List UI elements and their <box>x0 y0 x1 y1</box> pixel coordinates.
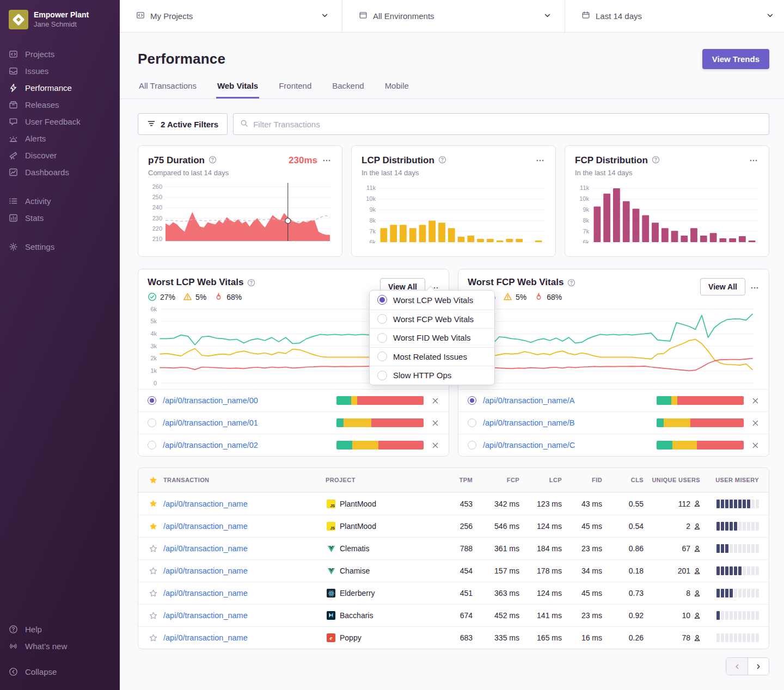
transaction-link[interactable]: /api/0/transaction_name <box>163 522 248 531</box>
dropdown-option-radio[interactable] <box>377 352 387 361</box>
transaction-search-input[interactable] <box>253 120 762 129</box>
sidebar-item-performance[interactable]: Performance <box>0 79 120 96</box>
environment-selector[interactable]: All Environments <box>342 0 565 32</box>
col-header-fcp[interactable]: FCP <box>474 477 520 483</box>
active-filters-button[interactable]: 2 Active Filters <box>138 113 228 135</box>
view-all-button[interactable]: View All <box>700 278 745 295</box>
vital-row-radio[interactable] <box>468 396 476 405</box>
project-cell[interactable]: Chamise <box>326 566 439 575</box>
star-toggle-button[interactable] <box>149 522 158 531</box>
lcp-dist-menu-button[interactable] <box>535 154 546 167</box>
vital-row-radio[interactable] <box>148 418 156 427</box>
transaction-link[interactable]: /api/0/transaction_name <box>163 611 248 620</box>
project-cell[interactable]: Baccharis <box>326 611 439 620</box>
col-header-tpm[interactable]: TPM <box>439 477 474 483</box>
tab-backend[interactable]: Backend <box>331 81 365 98</box>
vital-row-radio[interactable] <box>468 441 476 449</box>
sidebar-item-help[interactable]: Help <box>0 621 120 638</box>
fid-value: 23 ms <box>563 611 603 620</box>
header-star-icon[interactable] <box>149 476 158 485</box>
previous-page-button[interactable] <box>726 658 748 675</box>
vital-row-radio[interactable] <box>468 418 476 427</box>
transaction-link[interactable]: /api/0/transaction_name <box>163 566 248 575</box>
sidebar-item-feedback[interactable]: User Feedback <box>0 113 120 130</box>
sidebar-footer-nav: HelpWhat’s newCollapse <box>0 621 120 680</box>
dropdown-option-most-related-issues[interactable]: Most Related Issues <box>370 347 494 366</box>
vital-transaction-link[interactable]: /api/0/transaction_name/B <box>483 418 650 427</box>
svg-text:8k: 8k <box>369 217 376 224</box>
sidebar-item-alerts[interactable]: Alerts <box>0 130 120 147</box>
vital-row-radio[interactable] <box>148 441 156 449</box>
dropdown-option-worst-fid-web-vitals[interactable]: Worst FID Web Vitals <box>370 328 494 347</box>
dropdown-option-slow-http-ops[interactable]: Slow HTTP Ops <box>370 366 494 385</box>
star-toggle-button[interactable] <box>149 566 158 576</box>
sidebar-item-whatsnew[interactable]: What’s new <box>0 638 120 655</box>
col-header-unique-users[interactable]: UNIQUE USERS <box>645 477 709 483</box>
transaction-link[interactable]: /api/0/transaction_name <box>163 589 248 597</box>
check-circle-icon <box>148 292 157 301</box>
vital-transaction-link[interactable]: /api/0/transaction_name/01 <box>163 418 330 427</box>
tab-mobile[interactable]: Mobile <box>384 81 410 98</box>
sidebar-item-issues[interactable]: Issues <box>0 63 120 79</box>
project-cell[interactable]: JSPlantMood <box>326 522 439 531</box>
remove-transaction-button[interactable] <box>430 396 440 406</box>
org-switcher[interactable]: Empower Plant Jane Schmidt <box>0 8 120 32</box>
dropdown-option-radio[interactable] <box>377 314 387 324</box>
col-header-project[interactable]: PROJECT <box>326 477 439 483</box>
project-cell[interactable]: Elderberry <box>326 589 439 597</box>
star-toggle-button[interactable] <box>149 633 158 643</box>
project-cell[interactable]: Clematis <box>326 544 439 553</box>
p75-card-menu-button[interactable] <box>321 154 332 167</box>
remove-transaction-button[interactable] <box>750 418 761 428</box>
project-cell[interactable]: JSPlantMood <box>326 500 439 508</box>
tab-all-transactions[interactable]: All Transactions <box>138 81 198 98</box>
col-header-transaction[interactable]: TRANSACTION <box>163 477 326 483</box>
dropdown-option-radio[interactable] <box>377 371 387 380</box>
col-header-fid[interactable]: FID <box>563 477 603 483</box>
sidebar-item-projects[interactable]: Projects <box>0 46 120 63</box>
tab-web-vitals[interactable]: Web Vitals <box>216 81 259 98</box>
sidebar-item-collapse[interactable]: Collapse <box>0 663 120 680</box>
next-page-button[interactable] <box>748 658 769 675</box>
transaction-link[interactable]: /api/0/transaction_name <box>163 500 248 508</box>
remove-transaction-button[interactable] <box>430 418 440 428</box>
dropdown-option-radio[interactable] <box>377 333 387 343</box>
star-toggle-button[interactable] <box>149 611 158 620</box>
p75-duration-chart: 260250240230220210 <box>148 181 332 245</box>
col-header-user-misery[interactable]: USER MISERY <box>709 477 769 483</box>
svg-text:5k: 5k <box>150 318 157 324</box>
sidebar-item-discover[interactable]: Discover <box>0 147 120 164</box>
sidebar-item-settings[interactable]: Settings <box>0 238 120 255</box>
sidebar-item-activity[interactable]: Activity <box>0 193 120 210</box>
date-range-selector[interactable]: Last 14 days <box>565 0 784 32</box>
project-cell[interactable]: ePoppy <box>326 633 439 642</box>
vitals-card-menu-button[interactable] <box>749 281 760 294</box>
sidebar-item-releases[interactable]: Releases <box>0 96 120 113</box>
col-header-lcp[interactable]: LCP <box>520 477 563 483</box>
dropdown-option-worst-lcp-web-vitals[interactable]: Worst LCP Web Vitals <box>370 291 494 310</box>
fcp-dist-menu-button[interactable] <box>748 154 759 167</box>
star-toggle-button[interactable] <box>149 589 158 598</box>
transaction-link[interactable]: /api/0/transaction_name <box>163 633 248 642</box>
project-selector[interactable]: My Projects <box>120 0 342 32</box>
transaction-link[interactable]: /api/0/transaction_name <box>163 544 248 553</box>
remove-transaction-button[interactable] <box>750 396 761 406</box>
tab-frontend[interactable]: Frontend <box>278 81 313 98</box>
sidebar-item-dashboards[interactable]: Dashboards <box>0 164 120 181</box>
view-trends-button[interactable]: View Trends <box>702 49 769 69</box>
star-toggle-button[interactable] <box>149 499 158 508</box>
dropdown-option-radio[interactable] <box>377 295 387 305</box>
vital-transaction-link[interactable]: /api/0/transaction_name/02 <box>163 441 330 449</box>
remove-transaction-button[interactable] <box>750 440 761 451</box>
vital-transaction-link[interactable]: /api/0/transaction_name/00 <box>163 396 330 405</box>
dropdown-option-worst-fcp-web-vitals[interactable]: Worst FCP Web Vitals <box>370 310 494 329</box>
vital-row-radio[interactable] <box>148 396 156 405</box>
lcp-distribution-chart: 11k10k9k8k7k6k <box>362 181 546 245</box>
col-header-cls[interactable]: CLS <box>603 477 645 483</box>
remove-transaction-button[interactable] <box>430 440 440 451</box>
star-toggle-button[interactable] <box>149 544 158 553</box>
svg-text:6k: 6k <box>150 306 157 312</box>
vital-transaction-link[interactable]: /api/0/transaction_name/C <box>483 441 650 449</box>
vital-transaction-link[interactable]: /api/0/transaction_name/A <box>483 396 650 405</box>
sidebar-item-stats[interactable]: Stats <box>0 210 120 226</box>
